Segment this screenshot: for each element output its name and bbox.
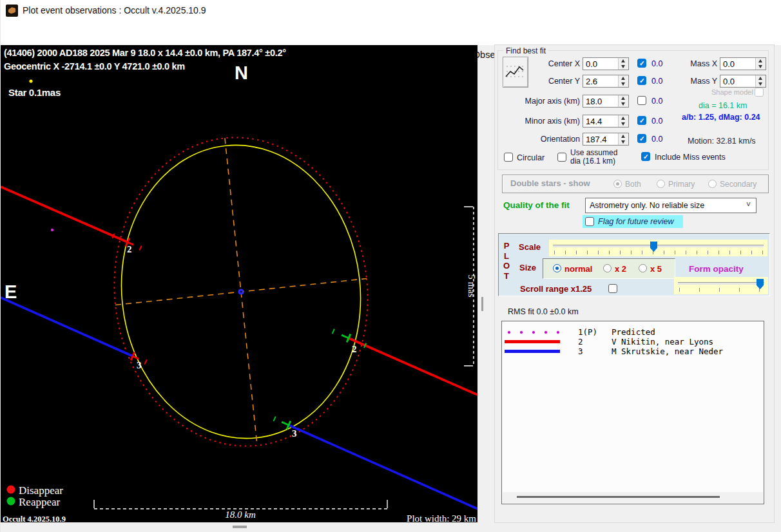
minor-axis-field[interactable]: 14.4 bbox=[583, 115, 629, 128]
include-miss-checkbox[interactable] bbox=[641, 152, 650, 161]
orientation-field[interactable]: 187.4 bbox=[583, 133, 629, 146]
center-y-spinner[interactable] bbox=[618, 75, 628, 87]
legend-num: 3 bbox=[578, 347, 583, 356]
plot-header-line2: Geocentric X -2714.1 ±0.0 Y 4721.0 ±0.0 … bbox=[4, 61, 185, 71]
plot-word-t: T bbox=[503, 271, 510, 281]
mass-y-label: Mass Y bbox=[645, 77, 717, 86]
center-point-core bbox=[240, 291, 242, 293]
scroll-range-checkbox[interactable] bbox=[608, 284, 617, 293]
plot-word-l: L bbox=[503, 251, 510, 261]
title-bar: Plot event observations : Occult v.4.202… bbox=[1, 0, 781, 21]
scale-slider-groove bbox=[553, 245, 764, 247]
window-title: Plot event observations : Occult v.4.202… bbox=[23, 5, 206, 15]
chord2-label-r: 2 bbox=[352, 344, 357, 354]
include-miss-label: Include Miss events bbox=[655, 153, 726, 162]
star-size-label: Star 0.1mas bbox=[8, 87, 61, 98]
double-stars-primary-label: Primary bbox=[668, 180, 695, 189]
minor-axis-spinner[interactable] bbox=[618, 115, 628, 127]
menu-bar: with Plot... Plot options... ? Help Keep… bbox=[1, 21, 781, 45]
double-stars-secondary-label: Secondary bbox=[720, 180, 757, 189]
size-x2-radio[interactable] bbox=[603, 264, 612, 272]
plot-width-label: Plot width: 29 km bbox=[407, 513, 476, 522]
scale-slider-ticks bbox=[554, 251, 764, 254]
blue-line-sample bbox=[505, 350, 560, 353]
center-y-field[interactable]: 2.6 bbox=[583, 75, 629, 88]
form-opacity-label: Form opacity bbox=[689, 264, 744, 274]
size-normal-radio[interactable] bbox=[553, 264, 561, 272]
chord2-departure bbox=[349, 338, 477, 395]
vertical-scroll-thumb[interactable] bbox=[481, 297, 483, 311]
use-assumed-checkbox[interactable] bbox=[557, 153, 566, 162]
center-x-field[interactable]: 0.0 bbox=[583, 57, 629, 70]
double-stars-title: Double stars - show bbox=[510, 178, 590, 188]
scroll-range-label: Scroll range x1.25 bbox=[520, 284, 592, 294]
mass-y-spinner[interactable] bbox=[755, 75, 766, 87]
center-y-label: Center Y bbox=[497, 77, 580, 86]
major-axis-spinner[interactable] bbox=[618, 95, 628, 107]
mass-x-field[interactable]: 0.0 bbox=[720, 57, 766, 70]
chord3-departure bbox=[289, 425, 477, 509]
flag-review-checkbox[interactable] bbox=[585, 217, 594, 226]
size-label: Size bbox=[519, 263, 536, 272]
north-label: N bbox=[235, 62, 248, 83]
app-window: Plot event observations : Occult v.4.202… bbox=[0, 0, 781, 532]
center-x-spinner[interactable] bbox=[618, 58, 628, 70]
size-normal-label: normal bbox=[564, 264, 592, 274]
form-opacity-slider[interactable] bbox=[674, 277, 768, 294]
mass-x-spinner[interactable] bbox=[755, 58, 766, 70]
east-label: E bbox=[5, 281, 17, 302]
list-item[interactable]: 1(P) Predicted bbox=[502, 327, 764, 337]
chord3-reappear-marker bbox=[273, 415, 291, 430]
form-opacity-ticks bbox=[679, 288, 764, 292]
chord3-approach bbox=[1, 298, 133, 356]
app-icon bbox=[6, 5, 18, 17]
legend-num: 2 bbox=[578, 337, 583, 347]
legend-num: 1(P) bbox=[578, 327, 597, 337]
disappear-dot bbox=[7, 486, 15, 494]
reappear-label: Reappear bbox=[19, 496, 61, 508]
form-opacity-groove bbox=[678, 282, 764, 285]
major-axis-checkbox[interactable] bbox=[637, 96, 646, 105]
orientation-checkbox[interactable] bbox=[637, 134, 646, 143]
horizontal-scroll-thumb[interactable] bbox=[233, 526, 247, 528]
reappear-dot bbox=[7, 497, 15, 506]
legend-hscrollbar[interactable] bbox=[503, 492, 763, 503]
predicted-path-dot bbox=[51, 229, 53, 231]
major-axis-field[interactable]: 18.0 bbox=[583, 95, 629, 108]
list-item[interactable]: 3 M Skrutskie, near Neder bbox=[502, 347, 764, 356]
double-stars-secondary-radio bbox=[708, 180, 717, 188]
legend-name: M Skrutskie, near Neder bbox=[612, 347, 764, 356]
circular-checkbox[interactable] bbox=[504, 153, 513, 162]
occultation-plot[interactable]: 2 2 3 3 (41406) 2000 AD188 2025 Mar 9 18… bbox=[1, 45, 477, 522]
major-axis-residual: 0.0 bbox=[651, 97, 662, 106]
rms-fit-label: RMS fit 0.0 ±0.0 km bbox=[508, 307, 579, 316]
plot-header-line1: (41406) 2000 AD188 2025 Mar 9 18.0 x 14.… bbox=[4, 48, 286, 58]
double-stars-both-radio bbox=[613, 180, 622, 188]
mass-y-field[interactable]: 0.0 bbox=[720, 75, 766, 88]
quality-label: Quality of the fit bbox=[503, 200, 570, 210]
double-stars-primary-radio bbox=[657, 180, 665, 188]
orientation-spinner[interactable] bbox=[618, 133, 628, 145]
minor-axis-residual: 0.0 bbox=[651, 117, 662, 126]
star-size-dot bbox=[29, 79, 32, 82]
circular-label: Circular bbox=[517, 153, 545, 162]
size-x5-label: x 5 bbox=[650, 264, 662, 274]
double-stars-group: Double stars - show Both Primary Seconda… bbox=[502, 175, 769, 193]
legend-name: V Nikitin, near Lyons bbox=[612, 337, 764, 347]
scale-slider[interactable] bbox=[549, 240, 767, 256]
major-axis-label: Major axis (km) bbox=[497, 97, 580, 106]
chord-legend-list[interactable]: 1(P) Predicted 2 V Nikitin, near Lyons 3… bbox=[501, 321, 764, 504]
size-x5-radio[interactable] bbox=[639, 264, 647, 272]
minor-axis-checkbox[interactable] bbox=[637, 116, 646, 125]
motion-readout: Motion: 32.81 km/s bbox=[688, 137, 756, 146]
quality-dropdown[interactable]: Astrometry only. No reliable size ˅ bbox=[585, 198, 757, 213]
list-item[interactable]: 2 V Nikitin, near Lyons bbox=[502, 337, 764, 347]
plot-word-o: O bbox=[503, 261, 510, 271]
minor-axis-label: Minor axis (km) bbox=[497, 117, 580, 126]
shape-model-checkbox bbox=[755, 88, 764, 97]
km-bracket bbox=[94, 500, 387, 509]
double-stars-both-label: Both bbox=[625, 180, 641, 189]
chord2-approach bbox=[1, 187, 128, 242]
legend-hscroll-thumb[interactable] bbox=[517, 496, 720, 498]
disappear-label: Disappear bbox=[19, 484, 63, 497]
